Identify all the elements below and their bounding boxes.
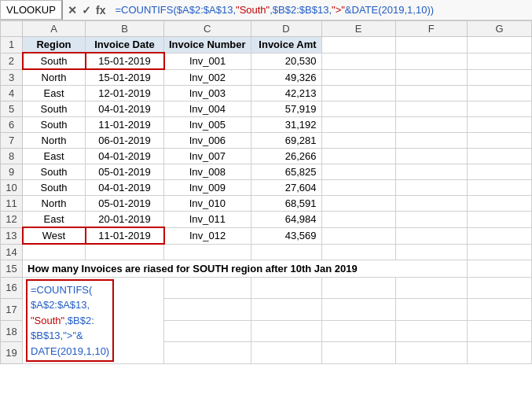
cell-9a[interactable]: South bbox=[23, 164, 86, 180]
cell-7f bbox=[395, 133, 467, 149]
cell-2c[interactable]: Inv_001 bbox=[164, 53, 251, 69]
cell-7a[interactable]: North bbox=[23, 133, 86, 149]
cell-12b[interactable]: 20-01-2019 bbox=[86, 212, 164, 228]
cancel-icon[interactable]: ✕ bbox=[68, 4, 77, 17]
table-row-3: 3 North 15-01-2019 Inv_002 49,326 bbox=[1, 69, 532, 86]
row-num-18: 18 bbox=[1, 320, 23, 342]
table-row-15: 15 How many Invoices are riased for SOUT… bbox=[1, 260, 532, 277]
row-num-12: 12 bbox=[1, 212, 23, 228]
cell-19g bbox=[467, 342, 531, 364]
confirm-icon[interactable]: ✓ bbox=[82, 4, 91, 17]
cell-11a[interactable]: North bbox=[23, 196, 86, 212]
cell-12g bbox=[467, 212, 531, 228]
cell-13c[interactable]: Inv_012 bbox=[164, 227, 251, 244]
cell-3g bbox=[467, 69, 531, 86]
table-row-13: 13 West 11-01-2019 Inv_012 43,569 bbox=[1, 227, 532, 244]
col-header-e: E bbox=[321, 21, 395, 37]
formula-cell-16a[interactable]: =COUNTIFS( $A$2:$A$13, "South",$B$2: $B$… bbox=[23, 277, 164, 364]
cell-6b[interactable]: 11-01-2019 bbox=[86, 117, 164, 133]
cell-11d[interactable]: 68,591 bbox=[251, 196, 321, 212]
cell-9d[interactable]: 65,825 bbox=[251, 164, 321, 180]
cell-6g bbox=[467, 117, 531, 133]
cell-2d[interactable]: 20,530 bbox=[251, 53, 321, 69]
col-header-date: Invoice Date bbox=[86, 37, 164, 53]
cell-6c[interactable]: Inv_005 bbox=[164, 117, 251, 133]
cell-9c[interactable]: Inv_008 bbox=[164, 164, 251, 180]
cell-8c[interactable]: Inv_007 bbox=[164, 149, 251, 164]
cell-2a[interactable]: South bbox=[23, 53, 86, 69]
cell-13e bbox=[321, 227, 395, 244]
cell-3b[interactable]: 15-01-2019 bbox=[86, 69, 164, 86]
table-row-6: 6 South 11-01-2019 Inv_005 31,192 bbox=[1, 117, 532, 133]
table-row-12: 12 East 20-01-2019 Inv_011 64,984 bbox=[1, 212, 532, 228]
cell-13a[interactable]: West bbox=[23, 227, 86, 244]
cell-1g bbox=[467, 37, 531, 53]
cell-9e bbox=[321, 164, 395, 180]
cell-7e bbox=[321, 133, 395, 149]
row-num-17: 17 bbox=[1, 299, 23, 321]
col-header-g: G bbox=[467, 21, 531, 37]
question-label: How many Invoices are riased for SOUTH r… bbox=[28, 263, 358, 275]
cell-12d[interactable]: 64,984 bbox=[251, 212, 321, 228]
cell-7c[interactable]: Inv_006 bbox=[164, 133, 251, 149]
cell-6a[interactable]: South bbox=[23, 117, 86, 133]
cell-9b[interactable]: 05-01-2019 bbox=[86, 164, 164, 180]
row-num-2: 2 bbox=[1, 53, 23, 69]
cell-6d[interactable]: 31,192 bbox=[251, 117, 321, 133]
cell-11b[interactable]: 05-01-2019 bbox=[86, 196, 164, 212]
table-row-16: 16 =COUNTIFS( $A$2:$A$13, "South",$B$2: … bbox=[1, 277, 532, 299]
cell-2g bbox=[467, 53, 531, 69]
cell-5a[interactable]: South bbox=[23, 101, 86, 117]
cell-19e bbox=[321, 342, 395, 364]
row-num-14: 14 bbox=[1, 244, 23, 260]
cell-3a[interactable]: North bbox=[23, 69, 86, 86]
row-num-10: 10 bbox=[1, 180, 23, 196]
cell-7d[interactable]: 69,281 bbox=[251, 133, 321, 149]
cell-5c[interactable]: Inv_004 bbox=[164, 101, 251, 117]
cell-14g bbox=[467, 244, 531, 260]
cell-5d[interactable]: 57,919 bbox=[251, 101, 321, 117]
cell-4c[interactable]: Inv_003 bbox=[164, 86, 251, 101]
cell-10b[interactable]: 04-01-2019 bbox=[86, 180, 164, 196]
cell-10c[interactable]: Inv_009 bbox=[164, 180, 251, 196]
cell-1f bbox=[395, 37, 467, 53]
row-num-4: 4 bbox=[1, 86, 23, 101]
cell-4b[interactable]: 12-01-2019 bbox=[86, 86, 164, 101]
cell-4a[interactable]: East bbox=[23, 86, 86, 101]
col-header-c: C bbox=[164, 21, 251, 37]
formula-line-3a: "South" bbox=[31, 315, 64, 326]
cell-10d[interactable]: 27,604 bbox=[251, 180, 321, 196]
cell-3c[interactable]: Inv_002 bbox=[164, 69, 251, 86]
function-icon[interactable]: fx bbox=[96, 4, 105, 17]
cell-2b[interactable]: 15-01-2019 bbox=[86, 53, 164, 69]
cell-11e bbox=[321, 196, 395, 212]
cell-4d[interactable]: 42,213 bbox=[251, 86, 321, 101]
cell-3d[interactable]: 49,326 bbox=[251, 69, 321, 86]
cell-12a[interactable]: East bbox=[23, 212, 86, 228]
formula-arg1: $A$2:$A$13, bbox=[177, 4, 236, 16]
cell-8a[interactable]: East bbox=[23, 149, 86, 164]
table-row-14: 14 bbox=[1, 244, 532, 260]
cell-10a[interactable]: South bbox=[23, 180, 86, 196]
cell-8b[interactable]: 04-01-2019 bbox=[86, 149, 164, 164]
cell-11c[interactable]: Inv_010 bbox=[164, 196, 251, 212]
cell-17e bbox=[321, 299, 395, 321]
cell-5g bbox=[467, 101, 531, 117]
cell-17d bbox=[251, 299, 321, 321]
cell-7b[interactable]: 06-01-2019 bbox=[86, 133, 164, 149]
cell-10f bbox=[395, 180, 467, 196]
cell-5b[interactable]: 04-01-2019 bbox=[86, 101, 164, 117]
cell-13d[interactable]: 43,569 bbox=[251, 227, 321, 244]
cell-8d[interactable]: 26,266 bbox=[251, 149, 321, 164]
row-num-16: 16 bbox=[1, 277, 23, 299]
cell-12f bbox=[395, 212, 467, 228]
cell-13b[interactable]: 11-01-2019 bbox=[86, 227, 164, 244]
cell-12c[interactable]: Inv_011 bbox=[164, 212, 251, 228]
cell-8f bbox=[395, 149, 467, 164]
formula-text: =COUNTIFS($A$2:$A$13,"South",$B$2:$B$13,… bbox=[110, 4, 532, 16]
cell-8g bbox=[467, 149, 531, 164]
cell-1e bbox=[321, 37, 395, 53]
name-box[interactable]: VLOOKUP bbox=[0, 0, 63, 20]
col-header-invoice: Invoice Number bbox=[164, 37, 251, 53]
row-num-5: 5 bbox=[1, 101, 23, 117]
